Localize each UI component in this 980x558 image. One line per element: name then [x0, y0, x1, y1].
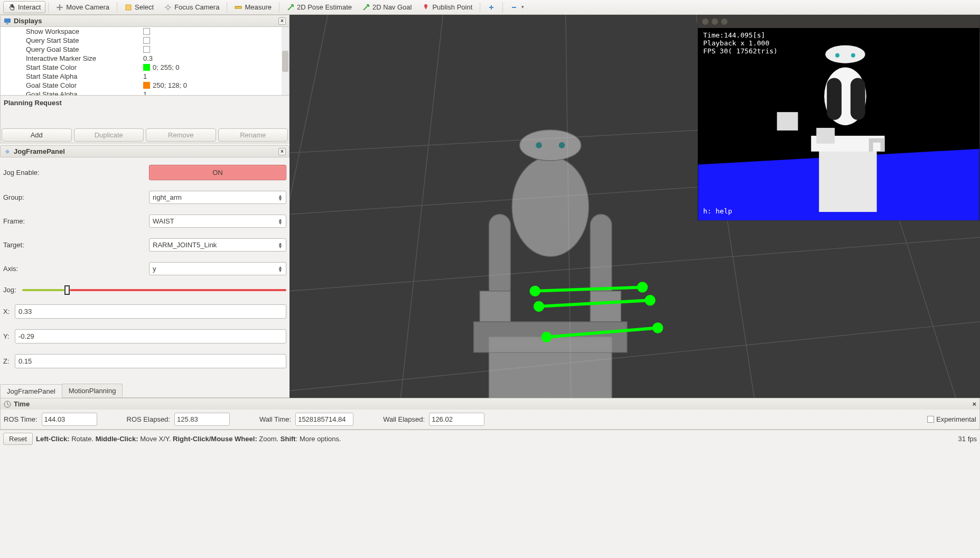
- hrpsys-viewport[interactable]: Time:144.095[s] Playback x 1.000 FPS 30(…: [698, 28, 979, 220]
- property-value[interactable]: 250; 128; 0: [143, 81, 289, 89]
- svg-point-46: [835, 53, 839, 58]
- tab-motionplanning[interactable]: MotionPlanning: [62, 384, 123, 397]
- property-value[interactable]: [143, 27, 289, 35]
- wall-elapsed-input[interactable]: [429, 413, 484, 426]
- z-input[interactable]: [15, 354, 286, 368]
- property-row[interactable]: Goal State Alpha1: [1, 90, 289, 96]
- ros-time-input[interactable]: [42, 413, 97, 426]
- toolbar-separator: [279, 2, 279, 13]
- svg-rect-23: [489, 215, 511, 299]
- measure-icon: [235, 4, 242, 11]
- focus-camera-button[interactable]: Focus Camera: [160, 1, 224, 13]
- tab-jogframepanel[interactable]: JogFramePanel: [0, 384, 62, 398]
- measure-label: Measure: [245, 3, 272, 11]
- rviz-3d-view[interactable]: hrpsys viewer Time:144.095[s: [290, 15, 980, 398]
- publish-point-button[interactable]: Publish Point: [417, 1, 477, 13]
- svg-point-1: [166, 6, 170, 9]
- jog-slider-thumb[interactable]: [64, 285, 70, 295]
- duplicate-button[interactable]: Duplicate: [74, 128, 144, 142]
- nav-goal-button[interactable]: 2D Nav Goal: [358, 1, 416, 13]
- hrpsys-overlay-text: Time:144.095[s] Playback x 1.000 FPS 30(…: [703, 31, 778, 55]
- property-row[interactable]: Query Start State: [1, 36, 289, 45]
- jog-slider[interactable]: [22, 288, 286, 292]
- hrpsys-help-text: h: help: [703, 207, 732, 215]
- window-min-icon[interactable]: [712, 18, 718, 25]
- axis-label: Axis:: [3, 265, 149, 273]
- svg-point-34: [543, 333, 550, 341]
- toolbar-separator: [48, 2, 49, 13]
- ros-elapsed-input[interactable]: [174, 413, 230, 426]
- displays-tree[interactable]: Show WorkspaceQuery Start StateQuery Goa…: [0, 27, 290, 96]
- group-combo[interactable]: right_arm▲▼: [149, 191, 286, 204]
- jogframe-header[interactable]: JogFramePanel ×: [0, 145, 290, 157]
- time-header[interactable]: Time ×: [1, 398, 979, 410]
- property-row[interactable]: Goal State Color250; 128; 0: [1, 81, 289, 90]
- property-value[interactable]: 0.3: [143, 54, 289, 62]
- checkbox-icon[interactable]: [143, 46, 150, 53]
- minus-dropdown-button[interactable]: ▼: [506, 2, 529, 13]
- scrollbar-thumb[interactable]: [282, 51, 288, 72]
- axis-combo[interactable]: y▲▼: [149, 262, 286, 275]
- property-value[interactable]: 0; 255; 0: [143, 63, 289, 71]
- status-hint: Left-Click: Rotate. Middle-Click: Move X…: [36, 435, 341, 443]
- hand-icon: [8, 4, 15, 11]
- property-value[interactable]: [143, 45, 289, 53]
- property-label: Goal State Alpha: [1, 90, 143, 96]
- property-value[interactable]: [143, 36, 289, 44]
- property-value[interactable]: 1: [143, 90, 289, 96]
- checkbox-icon[interactable]: [143, 37, 150, 44]
- ros-time-label: ROS Time:: [4, 415, 38, 423]
- property-row[interactable]: Query Goal State: [1, 45, 289, 54]
- z-label: Z:: [3, 357, 12, 365]
- svg-point-19: [512, 157, 589, 257]
- wall-time-input[interactable]: [295, 413, 353, 426]
- y-input[interactable]: [15, 329, 286, 343]
- select-icon: [125, 4, 132, 11]
- hrpsys-titlebar[interactable]: hrpsys viewer: [698, 15, 979, 28]
- property-value[interactable]: 1: [143, 72, 289, 80]
- toolbar-separator: [502, 2, 503, 13]
- property-row[interactable]: Interactive Marker Size0.3: [1, 54, 289, 63]
- plus-tool-button[interactable]: [483, 2, 500, 13]
- group-label: Group:: [3, 193, 149, 201]
- reset-button[interactable]: Reset: [3, 433, 33, 445]
- jog-enable-button[interactable]: ON: [149, 165, 286, 180]
- property-row[interactable]: Start State Alpha1: [1, 72, 289, 81]
- displays-header[interactable]: Displays ×: [0, 15, 290, 27]
- move-camera-button[interactable]: Move Camera: [51, 1, 114, 13]
- close-time-button[interactable]: ×: [972, 400, 976, 408]
- svg-point-35: [654, 324, 662, 332]
- time-panel: Time × ROS Time: ROS Elapsed: Wall Time:…: [0, 398, 980, 430]
- window-max-icon[interactable]: [721, 18, 727, 25]
- svg-rect-3: [4, 18, 11, 23]
- svg-rect-5: [5, 149, 10, 153]
- x-input[interactable]: [15, 304, 286, 319]
- svg-point-20: [520, 130, 581, 161]
- add-button[interactable]: Add: [2, 128, 72, 142]
- experimental-checkbox[interactable]: Experimental: [927, 415, 976, 423]
- svg-point-21: [536, 142, 542, 148]
- property-row[interactable]: Start State Color0; 255; 0: [1, 63, 289, 72]
- move-icon: [56, 4, 63, 11]
- remove-button[interactable]: Remove: [146, 128, 216, 142]
- close-displays-button[interactable]: ×: [278, 17, 286, 25]
- displays-description: Planning Request: [0, 96, 290, 127]
- focus-camera-label: Focus Camera: [174, 3, 219, 11]
- measure-button[interactable]: Measure: [230, 1, 276, 13]
- select-button[interactable]: Select: [120, 1, 158, 13]
- nav-goal-label: 2D Nav Goal: [372, 3, 412, 11]
- svg-point-22: [559, 142, 565, 148]
- pose-estimate-button[interactable]: 2D Pose Estimate: [282, 1, 357, 13]
- target-combo[interactable]: RARM_JOINT5_Link▲▼: [149, 238, 286, 252]
- toolbar-separator: [227, 2, 227, 13]
- close-jogframe-button[interactable]: ×: [278, 148, 286, 155]
- property-row[interactable]: Show Workspace: [1, 27, 289, 36]
- window-close-icon[interactable]: [702, 18, 708, 25]
- hrpsys-viewer-window[interactable]: hrpsys viewer Time:144.095[s: [697, 15, 980, 221]
- frame-combo[interactable]: WAIST▲▼: [149, 215, 286, 228]
- checkbox-icon[interactable]: [143, 28, 150, 35]
- rename-button[interactable]: Rename: [218, 128, 288, 142]
- interact-button[interactable]: Interact: [3, 1, 45, 13]
- select-label: Select: [135, 3, 154, 11]
- scrollbar-track[interactable]: [282, 27, 289, 95]
